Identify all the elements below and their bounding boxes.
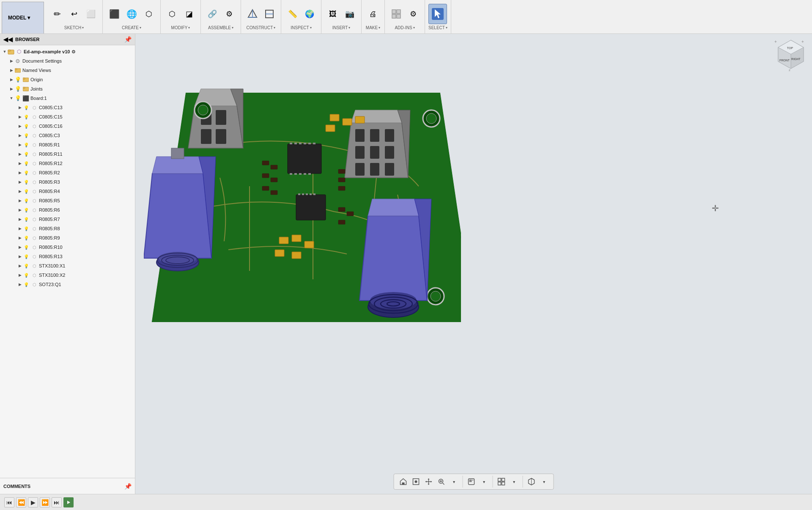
r12-arrow[interactable]: ▶	[17, 160, 23, 166]
tree-item-r0805r5[interactable]: ▶ 💡 ⬡ R0805:R5	[0, 196, 135, 205]
tree-item-r0805r7[interactable]: ▶ 💡 ⬡ R0805:R7	[0, 215, 135, 224]
origin-arrow[interactable]: ▶	[8, 77, 14, 83]
select-btn[interactable]	[428, 4, 447, 24]
select-label[interactable]: SELECT▾	[428, 25, 447, 30]
insert-label[interactable]: INSERT▾	[332, 25, 351, 30]
tree-item-r0805r3[interactable]: ▶ 💡 ⬡ R0805:R3	[0, 177, 135, 187]
view-zoom-chevron[interactable]: ▾	[448, 476, 460, 488]
tree-item-joints[interactable]: ▶ 💡 Joints	[0, 84, 135, 94]
create-label[interactable]: CREATE▾	[122, 25, 141, 30]
construct-btn1[interactable]	[244, 4, 261, 24]
r9-arrow[interactable]: ▶	[17, 235, 23, 241]
sketch-create-btn[interactable]: ✏	[49, 4, 65, 24]
inspect-label[interactable]: INSPECT▾	[291, 25, 311, 30]
c13-arrow[interactable]: ▶	[17, 105, 23, 110]
create-globe-btn[interactable]: 🌐	[123, 4, 140, 24]
model-tab[interactable]: MODEL ▾	[2, 2, 44, 33]
r3-arrow[interactable]: ▶	[17, 179, 23, 185]
playback-last-btn[interactable]: ⏭	[52, 497, 62, 507]
r4-arrow[interactable]: ▶	[17, 188, 23, 194]
r6-arrow[interactable]: ▶	[17, 207, 23, 213]
tree-item-r0805r6[interactable]: ▶ 💡 ⬡ R0805:R6	[0, 205, 135, 215]
r2-arrow[interactable]: ▶	[17, 170, 23, 176]
r13-arrow[interactable]: ▶	[17, 254, 23, 259]
comments-pin-btn[interactable]: 📌	[124, 483, 132, 490]
make-btn1[interactable]: 🖨	[365, 4, 381, 24]
construct-label[interactable]: CONSTRUCT▾	[247, 25, 276, 30]
x2-arrow[interactable]: ▶	[17, 272, 23, 278]
r8-arrow[interactable]: ▶	[17, 226, 23, 232]
r10-arrow[interactable]: ▶	[17, 244, 23, 250]
create-sweep-btn[interactable]: ⬡	[141, 4, 157, 24]
named-views-arrow[interactable]: ▶	[8, 67, 14, 73]
tree-item-r0805r8[interactable]: ▶ 💡 ⬡ R0805:R8	[0, 224, 135, 233]
tree-item-stx3100x2[interactable]: ▶ 💡 ⬡ STX3100:X2	[0, 270, 135, 280]
viewport[interactable]: TOP RIGHT FRONT + + z	[135, 34, 812, 494]
inspect-btn2[interactable]: 🌍	[302, 4, 318, 24]
view-cube-toggle[interactable]	[526, 476, 538, 488]
construct-btn2[interactable]	[261, 4, 277, 24]
tree-item-board1[interactable]: ▼ 💡 ⬛ Board:1	[0, 94, 135, 103]
x1-arrow[interactable]: ▶	[17, 263, 23, 269]
make-label[interactable]: MAKE▾	[366, 25, 380, 30]
addins-label[interactable]: ADD-INS▾	[395, 25, 414, 30]
tree-item-c0805c15[interactable]: ▶ 💡 ⬡ C0805:C15	[0, 112, 135, 121]
r11-arrow[interactable]: ▶	[17, 151, 23, 157]
tree-item-r0805r11[interactable]: ▶ 💡 ⬡ R0805:R11	[0, 149, 135, 159]
tree-item-named-views[interactable]: ▶ Named Views	[0, 66, 135, 75]
grid-btn[interactable]	[496, 476, 508, 488]
tree-item-sot23q1[interactable]: ▶ 💡 ⬡ SOT23:Q1	[0, 280, 135, 289]
sketch-label[interactable]: SKETCH▾	[64, 25, 84, 30]
nav-cube[interactable]: TOP RIGHT FRONT + + z	[774, 38, 808, 72]
tree-item-c0805c13[interactable]: ▶ 💡 ⬡ C0805:C13	[0, 103, 135, 112]
tree-item-r0805r2[interactable]: ▶ 💡 ⬡ R0805:R2	[0, 168, 135, 177]
modify-btn1[interactable]: ⬡	[164, 4, 180, 24]
playback-prev-btn[interactable]: ⏪	[16, 497, 26, 507]
c3-arrow[interactable]: ▶	[17, 132, 23, 138]
playback-next-btn[interactable]: ⏩	[40, 497, 50, 507]
insert-btn1[interactable]: 🖼	[325, 4, 341, 24]
browser-collapse-btn[interactable]: ◀◀	[3, 36, 13, 43]
root-settings-icon[interactable]: ⚙	[71, 49, 76, 55]
r1-arrow[interactable]: ▶	[17, 142, 23, 148]
addins-btn1[interactable]	[388, 4, 404, 24]
playback-first-btn[interactable]: ⏮	[4, 497, 14, 507]
c16-arrow[interactable]: ▶	[17, 123, 23, 129]
view-pan-btn[interactable]	[423, 476, 435, 488]
r5-arrow[interactable]: ▶	[17, 198, 23, 204]
create-box-btn[interactable]: ⬛	[106, 4, 123, 24]
timeline-marker[interactable]	[63, 497, 74, 507]
addins-btn2[interactable]: ⚙	[405, 4, 421, 24]
tree-item-r0805r12[interactable]: ▶ 💡 ⬡ R0805:R12	[0, 159, 135, 168]
assemble-btn2[interactable]: ⚙	[221, 4, 237, 24]
redo-btn[interactable]: ⬜	[83, 4, 99, 24]
q1-arrow[interactable]: ▶	[17, 281, 23, 287]
tree-item-r0805r4[interactable]: ▶ 💡 ⬡ R0805:R4	[0, 187, 135, 196]
view-zoom-btn[interactable]	[436, 476, 447, 488]
tree-item-c0805c16[interactable]: ▶ 💡 ⬡ C0805:C16	[0, 121, 135, 131]
assemble-label[interactable]: ASSEMBLE▾	[208, 25, 233, 30]
r7-arrow[interactable]: ▶	[17, 216, 23, 222]
undo-btn[interactable]: ↩	[66, 4, 82, 24]
tree-root-item[interactable]: ▼ ⬡ Ed-amp-example v10 ⚙	[0, 47, 135, 56]
tree-item-r0805r9[interactable]: ▶ 💡 ⬡ R0805:R9	[0, 233, 135, 243]
inspect-btn1[interactable]: 📏	[285, 4, 301, 24]
tree-item-origin[interactable]: ▶ 💡 Origin	[0, 75, 135, 84]
root-arrow[interactable]: ▼	[2, 49, 8, 55]
view-home-btn[interactable]	[398, 476, 409, 488]
playback-play-btn[interactable]: ▶	[28, 497, 38, 507]
grid-chevron[interactable]: ▾	[508, 476, 520, 488]
modify-label[interactable]: MODIFY▾	[171, 25, 190, 30]
view-fit-btn[interactable]	[410, 476, 422, 488]
insert-btn2[interactable]: 📷	[342, 4, 358, 24]
doc-settings-arrow[interactable]: ▶	[8, 58, 14, 64]
tree-item-stx3100x1[interactable]: ▶ 💡 ⬡ STX3100:X1	[0, 261, 135, 270]
c15-arrow[interactable]: ▶	[17, 114, 23, 120]
assemble-btn1[interactable]: 🔗	[204, 4, 220, 24]
tree-item-r0805r13[interactable]: ▶ 💡 ⬡ R0805:R13	[0, 252, 135, 261]
modify-btn2[interactable]: ◪	[181, 4, 197, 24]
browser-content[interactable]: ▼ ⬡ Ed-amp-example v10 ⚙ ▶ ⚙ Document Se…	[0, 45, 135, 478]
board1-arrow[interactable]: ▼	[8, 95, 14, 101]
browser-pin-btn[interactable]: 📌	[124, 36, 132, 43]
tree-item-document-settings[interactable]: ▶ ⚙ Document Settings	[0, 56, 135, 66]
